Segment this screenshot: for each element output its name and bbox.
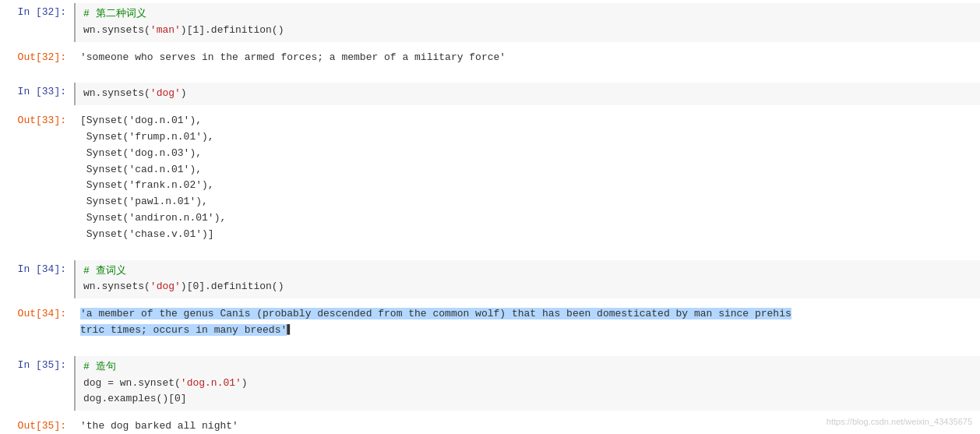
output-label-32: Out[32]:	[0, 48, 74, 66]
synset-list: [Synset('dog.n.01'),	[80, 113, 974, 129]
code-line: # 查词义	[83, 263, 972, 280]
cell-33: In [33]: wn.synsets('dog') Out[33]: [Syn…	[0, 79, 980, 247]
input-label-35: In [35]:	[0, 356, 74, 374]
code-text: wn.synsets('man')[1].definition()	[83, 24, 284, 36]
code-line: dog = wn.synset('dog.n.01')	[83, 376, 972, 392]
comment: # 第二种词义	[83, 8, 146, 19]
comment: # 查词义	[83, 265, 126, 277]
input-label-34: In [34]:	[0, 260, 74, 278]
code-text: dog = wn.synset('dog.n.01')	[83, 377, 248, 389]
output-row-32: Out[32]: 'someone who serves in the arme…	[0, 45, 980, 71]
code-line: # 造句	[83, 359, 972, 376]
notebook: In [32]: # 第二种词义 wn.synsets('man')[1].de…	[0, 0, 980, 434]
input-content-33[interactable]: wn.synsets('dog')	[74, 83, 980, 105]
synset-item: Synset('frank.n.02'),	[80, 178, 974, 194]
output-row-33: Out[33]: [Synset('dog.n.01'), Synset('fr…	[0, 108, 980, 247]
output-label-35: Out[35]:	[0, 417, 74, 434]
watermark: https://blog.csdn.net/weixin_43435675	[827, 417, 972, 426]
input-row-33: In [33]: wn.synsets('dog')	[0, 79, 980, 108]
input-row-34: In [34]: # 查词义 wn.synsets('dog')[0].defi…	[0, 257, 980, 302]
cell-32: In [32]: # 第二种词义 wn.synsets('man')[1].de…	[0, 0, 980, 70]
code-text: wn.synsets('dog')	[83, 87, 187, 99]
code-line: wn.synsets('dog')	[83, 86, 972, 102]
output-text: 'someone who serves in the armed forces;…	[80, 51, 506, 63]
output-content-34: 'a member of the genus Canis (probably d…	[74, 305, 980, 340]
cell-34: In [34]: # 查词义 wn.synsets('dog')[0].defi…	[0, 257, 980, 344]
code-line: wn.synsets('dog')[0].definition()	[83, 279, 972, 295]
output-content-32: 'someone who serves in the armed forces;…	[74, 48, 980, 68]
input-content-35[interactable]: # 造句 dog = wn.synset('dog.n.01') dog.exa…	[74, 356, 980, 411]
output-text-continued: tric times; occurs in many breeds'▌	[80, 323, 974, 339]
output-label-34: Out[34]:	[0, 305, 74, 323]
code-line: # 第二种词义	[83, 6, 972, 23]
output-text: 'a member of the genus Canis (probably d…	[80, 308, 791, 319]
output-content-33: [Synset('dog.n.01'), Synset('frump.n.01'…	[74, 111, 980, 244]
code-line: dog.examples()[0]	[83, 391, 972, 408]
input-row-32: In [32]: # 第二种词义 wn.synsets('man')[1].de…	[0, 0, 980, 45]
synset-item: Synset('andiron.n.01'),	[80, 210, 974, 227]
code-text: wn.synsets('dog')[0].definition()	[83, 281, 284, 292]
input-content-34[interactable]: # 查词义 wn.synsets('dog')[0].definition()	[74, 260, 980, 299]
output-row-34: Out[34]: 'a member of the genus Canis (p…	[0, 302, 980, 344]
synset-item: Synset('chase.v.01')]	[80, 227, 974, 243]
synset-item: Synset('cad.n.01'),	[80, 162, 974, 178]
input-label-33: In [33]:	[0, 83, 74, 101]
comment: # 造句	[83, 361, 116, 372]
input-row-35: In [35]: # 造句 dog = wn.synset('dog.n.01'…	[0, 353, 980, 414]
input-content-32[interactable]: # 第二种词义 wn.synsets('man')[1].definition(…	[74, 3, 980, 42]
output-label-33: Out[33]:	[0, 111, 74, 129]
synset-item: Synset('frump.n.01'),	[80, 129, 974, 146]
synset-item: Synset('pawl.n.01'),	[80, 194, 974, 210]
input-label-32: In [32]:	[0, 3, 74, 21]
code-line: wn.synsets('man')[1].definition()	[83, 23, 972, 39]
output-text: 'the dog barked all night'	[80, 420, 238, 432]
code-text: dog.examples()[0]	[83, 393, 187, 404]
synset-item: Synset('dog.n.03'),	[80, 146, 974, 162]
